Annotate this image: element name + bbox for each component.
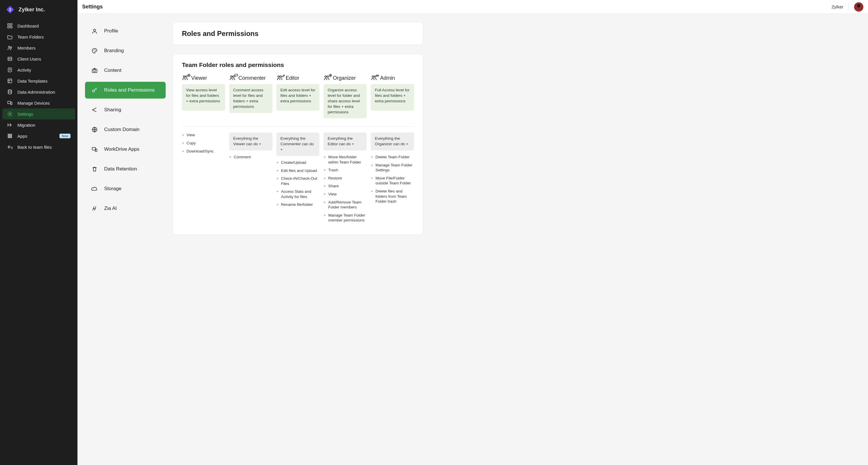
chat-icon bbox=[235, 72, 238, 76]
sidebar-item-label: Activity bbox=[18, 68, 70, 72]
new-badge: New bbox=[59, 134, 70, 138]
perm-item: Rename file/folder bbox=[276, 202, 320, 207]
role-desc-viewer: View access level for files and folders … bbox=[182, 84, 225, 111]
perm-item: Access Stats and Activity for files bbox=[276, 189, 320, 199]
sidebar-item-data-administration[interactable]: Data Administration bbox=[2, 87, 75, 97]
svg-point-38 bbox=[93, 70, 95, 72]
svg-point-26 bbox=[9, 135, 10, 136]
perm-item: Trash bbox=[323, 168, 367, 173]
sidebar-item-label: Dashboard bbox=[18, 24, 70, 28]
cog-icon bbox=[329, 72, 332, 76]
svg-point-24 bbox=[11, 134, 11, 135]
svg-point-50 bbox=[280, 76, 282, 78]
panel: Roles and Permissions Team Folder roles … bbox=[173, 14, 434, 465]
settings-nav-item-profile[interactable]: Profile bbox=[85, 23, 166, 39]
inherit-box-editor: Everything the Commenter can do + bbox=[276, 132, 320, 156]
sidebar-item-client-users[interactable]: Client Users bbox=[2, 53, 75, 64]
sidebar-item-back[interactable]: Back to team files bbox=[2, 141, 75, 153]
svg-point-51 bbox=[325, 76, 327, 78]
role-title-editor: Editor bbox=[276, 75, 320, 81]
perm-item: Move files/folder within Team Folder bbox=[323, 155, 367, 165]
role-head-editor: Editor Edit access level for files and f… bbox=[276, 75, 320, 111]
svg-point-23 bbox=[9, 134, 10, 135]
roles-body-row: ViewCopyDownload/SyncEverything the View… bbox=[182, 126, 414, 226]
folder-icon bbox=[7, 34, 13, 40]
svg-rect-4 bbox=[8, 26, 9, 28]
avatar[interactable] bbox=[854, 2, 863, 11]
users-icon bbox=[7, 45, 13, 51]
apps-icon bbox=[7, 133, 13, 139]
panel-title-card: Roles and Permissions bbox=[173, 23, 423, 45]
topbar-divider bbox=[848, 4, 849, 10]
sidebar-item-settings[interactable]: Settings bbox=[2, 108, 75, 120]
sidebar-item-team-folders[interactable]: Team Folders bbox=[2, 31, 75, 42]
role-title-commenter: Commenter bbox=[229, 75, 272, 81]
svg-rect-19 bbox=[8, 101, 11, 103]
svg-point-54 bbox=[372, 76, 374, 78]
svg-point-7 bbox=[10, 47, 11, 48]
settings-nav-item-zia-ai[interactable]: Zia AI bbox=[85, 200, 166, 217]
settings-nav-item-branding[interactable]: Branding bbox=[85, 42, 166, 59]
crown-icon bbox=[376, 72, 379, 76]
sidebar-header: Z Zylker Inc. bbox=[0, 0, 78, 20]
settings-nav-item-sharing[interactable]: Sharing bbox=[85, 101, 166, 118]
svg-point-27 bbox=[11, 135, 11, 136]
role-desc-organizer: Organize access level for folder and sha… bbox=[323, 84, 367, 118]
ai-icon bbox=[91, 205, 98, 212]
sidebar-item-members[interactable]: Members bbox=[2, 42, 75, 53]
svg-rect-20 bbox=[11, 102, 12, 105]
settings-nav-label: Sharing bbox=[104, 107, 121, 113]
perm-item: Comment bbox=[229, 155, 272, 160]
sidebar-item-migration[interactable]: Migration bbox=[2, 120, 75, 130]
trash-icon bbox=[91, 166, 98, 172]
settings-nav-item-storage[interactable]: Storage bbox=[85, 180, 166, 197]
settings-nav-label: Storage bbox=[104, 186, 122, 192]
role-desc-editor: Edit access level for files and folders … bbox=[276, 84, 320, 111]
globe-icon bbox=[91, 126, 98, 133]
db-icon bbox=[7, 89, 13, 95]
settings-nav-item-custom-domain[interactable]: Custom Domain bbox=[85, 121, 166, 138]
org-name: Zylker Inc. bbox=[19, 7, 45, 13]
palette-icon bbox=[91, 47, 98, 54]
perm-list-admin: Delete Team FolderManage Team Folder Set… bbox=[371, 155, 414, 204]
sidebar-item-label: Data Templates bbox=[18, 78, 70, 84]
sidebar-item-dashboard[interactable]: Dashboard bbox=[2, 20, 75, 31]
sidebar-item-apps[interactable]: Apps New bbox=[2, 130, 75, 141]
settings-nav-label: Data Retention bbox=[104, 166, 137, 172]
sidebar-item-label: Back to team files bbox=[18, 145, 70, 150]
content: Profile Branding Content Roles and Permi… bbox=[78, 14, 868, 465]
settings-nav-label: Content bbox=[104, 68, 122, 73]
perm-item: Share bbox=[323, 184, 367, 189]
clock-icon bbox=[7, 67, 13, 73]
svg-point-49 bbox=[278, 76, 279, 78]
perm-item: Manage Team Folder member permissions bbox=[323, 213, 367, 223]
sidebar-item-data-templates[interactable]: Data Templates bbox=[2, 75, 75, 87]
perm-item: Move File/Folder outside Team Folder bbox=[371, 176, 414, 186]
svg-point-30 bbox=[11, 137, 11, 138]
svg-rect-48 bbox=[235, 74, 238, 76]
svg-point-18 bbox=[8, 90, 11, 91]
roles-card-content: Team Folder roles and permissions Viewer… bbox=[173, 55, 423, 235]
svg-rect-3 bbox=[10, 24, 12, 26]
sidebar-item-activity[interactable]: Activity bbox=[2, 64, 75, 75]
cloud-icon bbox=[91, 186, 98, 192]
settings-nav-item-roles[interactable]: Roles and Permissions bbox=[85, 82, 166, 99]
people-icon bbox=[371, 75, 377, 81]
template-icon bbox=[7, 78, 13, 84]
sidebar-item-label: Manage Devices bbox=[18, 101, 70, 105]
svg-rect-2 bbox=[8, 24, 9, 26]
settings-nav-item-data-retention[interactable]: Data Retention bbox=[85, 161, 166, 177]
perm-item: View bbox=[182, 132, 225, 138]
sidebar-item-manage-devices[interactable]: Manage Devices bbox=[2, 97, 75, 108]
role-head-organizer: Organizer Organize access level for fold… bbox=[323, 75, 367, 118]
settings-nav-item-content[interactable]: Content bbox=[85, 62, 166, 79]
svg-point-46 bbox=[230, 76, 232, 78]
svg-point-43 bbox=[183, 76, 185, 78]
settings-nav-item-workdrive-apps[interactable]: WorkDrive Apps bbox=[85, 141, 166, 158]
svg-point-36 bbox=[95, 50, 96, 51]
topbar: Settings Zylker bbox=[78, 0, 868, 14]
main-area: Settings Zylker Profile Branding Content… bbox=[78, 0, 868, 465]
sidebar-nav: Dashboard Team Folders Members Client Us… bbox=[0, 20, 78, 153]
role-head-commenter: Commenter Comment access level for files… bbox=[229, 75, 272, 113]
app-root: Z Zylker Inc. Dashboard Team Folders Mem… bbox=[0, 0, 868, 465]
